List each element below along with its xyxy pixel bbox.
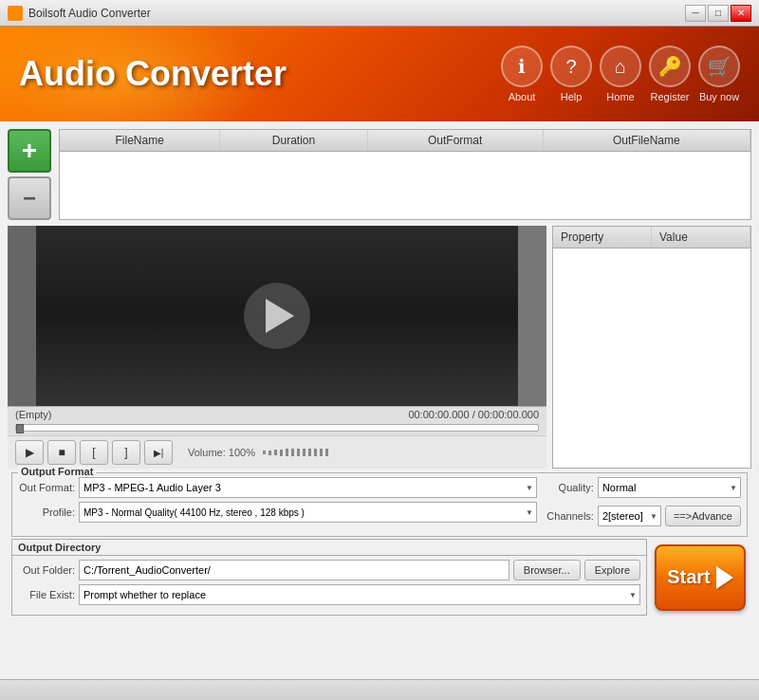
col-outformat: OutFormat [367, 130, 543, 152]
main-content: + − FileName Duration OutFormat OutFileN… [0, 121, 759, 700]
quality-row: Quality: Normal [545, 477, 741, 498]
home-label: Home [606, 91, 634, 102]
help-nav-btn[interactable]: ? Help [550, 46, 592, 102]
video-display [8, 226, 546, 406]
help-icon: ? [550, 46, 592, 87]
volume-dots [263, 449, 328, 456]
file-exist-select[interactable]: Prompt whether to replace [79, 584, 640, 605]
play-circle[interactable] [244, 283, 310, 349]
quality-select[interactable]: Normal [598, 477, 741, 498]
start-triangle-icon [716, 566, 733, 589]
next-button[interactable]: ▶| [144, 440, 173, 465]
advance-button[interactable]: ==>Advance [665, 506, 741, 526]
player-right-bg [518, 226, 546, 406]
about-icon: ℹ [501, 46, 543, 87]
start-label: Start [667, 566, 711, 588]
start-button[interactable]: Start [655, 544, 746, 611]
end-mark-button[interactable]: ] [112, 440, 140, 465]
register-label: Register [651, 91, 690, 102]
status-bar [0, 679, 759, 700]
title-bar: Boilsoft Audio Converter ─ □ ✕ [0, 0, 759, 27]
about-nav-btn[interactable]: ℹ About [501, 46, 543, 102]
buynow-nav-btn[interactable]: 🛒 Buy now [698, 46, 740, 102]
out-format-select[interactable]: MP3 - MPEG-1 Audio Layer 3 [79, 477, 537, 498]
out-folder-input[interactable] [79, 560, 509, 580]
channels-select-wrapper[interactable]: 2[stereo] [598, 506, 661, 526]
vol-dot-8 [303, 449, 305, 456]
channels-row: Channels: 2[stereo] ==>Advance [545, 506, 741, 526]
out-format-select-wrapper[interactable]: MP3 - MPEG-1 Audio Layer 3 [79, 477, 537, 498]
out-format-label: Out Format: [18, 482, 75, 493]
channels-select[interactable]: 2[stereo] [598, 506, 661, 526]
vol-dot-9 [308, 449, 311, 456]
file-table-container: FileName Duration OutFormat OutFileName [59, 129, 751, 220]
property-header: Property Value [553, 227, 750, 249]
property-panel: Property Value [552, 226, 751, 469]
start-btn-container: Start [653, 539, 748, 616]
channels-label: Channels: [545, 510, 594, 522]
remove-file-button[interactable]: − [8, 176, 51, 220]
header-banner: Audio Converter ℹ About ? Help ⌂ Home 🔑 … [0, 27, 759, 121]
vol-dot-7 [297, 449, 300, 456]
col-filename: FileName [60, 130, 220, 152]
time-code: 00:00:00.000 / 00:00:00.000 [408, 409, 539, 420]
profile-row: Profile: MP3 - Normal Quality( 44100 Hz,… [18, 502, 537, 523]
vol-dot-6 [291, 449, 294, 456]
file-exist-row: File Exist: Prompt whether to replace [18, 584, 640, 605]
progress-track[interactable] [15, 424, 539, 432]
out-format-row: Out Format: MP3 - MPEG-1 Audio Layer 3 [18, 477, 537, 498]
out-folder-label: Out Folder: [18, 564, 75, 576]
vol-dot-1 [263, 451, 266, 454]
transport-controls: ▶ ■ [ ] ▶| Volume: 100% [8, 435, 546, 469]
vol-dot-5 [286, 449, 288, 456]
register-nav-btn[interactable]: 🔑 Register [649, 46, 691, 102]
profile-select-wrapper[interactable]: MP3 - Normal Quality( 44100 Hz, stereo ,… [79, 502, 537, 523]
empty-label: (Empty) [15, 409, 52, 420]
player-section: (Empty) 00:00:00.000 / 00:00:00.000 ▶ ■ … [8, 226, 546, 469]
explore-button[interactable]: Explore [584, 560, 640, 580]
buynow-label: Buy now [699, 91, 739, 102]
play-button[interactable]: ▶ [15, 440, 44, 465]
maximize-button[interactable]: □ [708, 5, 729, 22]
col-duration: Duration [220, 130, 367, 152]
quality-label: Quality: [545, 482, 594, 493]
value-col-header: Value [652, 227, 750, 248]
vol-dot-4 [280, 450, 283, 456]
start-mark-button[interactable]: [ [80, 440, 108, 465]
close-button[interactable]: ✕ [731, 5, 751, 22]
register-icon: 🔑 [649, 46, 691, 87]
out-folder-row: Out Folder: Browser... Explore [18, 560, 640, 580]
stop-button[interactable]: ■ [47, 440, 76, 465]
file-table: FileName Duration OutFormat OutFileName [60, 130, 750, 209]
vol-dot-2 [268, 451, 271, 455]
quality-channels-col: Quality: Normal Channels: 2[stereo] == [545, 477, 741, 530]
media-area: (Empty) 00:00:00.000 / 00:00:00.000 ▶ ■ … [8, 226, 751, 469]
player-left-bg [8, 226, 36, 406]
volume-label: Volume: 100% [188, 447, 255, 458]
add-file-button[interactable]: + [8, 129, 51, 173]
vol-dot-3 [274, 450, 277, 455]
output-format-section: Output Format Out Format: MP3 - MPEG-1 A… [11, 472, 748, 537]
file-exist-select-wrapper[interactable]: Prompt whether to replace [79, 584, 640, 605]
vol-dot-11 [320, 449, 323, 456]
volume-slider-area[interactable] [263, 449, 539, 456]
browser-button[interactable]: Browser... [513, 560, 581, 580]
title-bar-text: Boilsoft Audio Converter [28, 7, 151, 20]
window-controls: ─ □ ✕ [685, 5, 751, 22]
progress-thumb[interactable] [16, 424, 24, 433]
progress-bar-container[interactable] [8, 422, 546, 435]
format-row: Out Format: MP3 - MPEG-1 Audio Layer 3 P… [18, 477, 741, 530]
minimize-button[interactable]: ─ [685, 5, 706, 22]
profile-select[interactable]: MP3 - Normal Quality( 44100 Hz, stereo ,… [79, 502, 537, 523]
bottom-section: Output Directory Out Folder: Browser... … [11, 539, 748, 616]
col-outfilename: OutFileName [543, 130, 750, 152]
file-list-area: + − FileName Duration OutFormat OutFileN… [8, 129, 751, 220]
output-directory-section: Output Directory Out Folder: Browser... … [11, 539, 647, 616]
add-remove-buttons: + − [8, 129, 51, 220]
quality-select-wrapper[interactable]: Normal [598, 477, 741, 498]
home-nav-btn[interactable]: ⌂ Home [600, 46, 641, 102]
app-icon [8, 6, 23, 21]
format-left-col: Out Format: MP3 - MPEG-1 Audio Layer 3 P… [18, 477, 537, 526]
vol-dot-10 [314, 449, 317, 456]
output-directory-title: Output Directory [12, 540, 646, 556]
